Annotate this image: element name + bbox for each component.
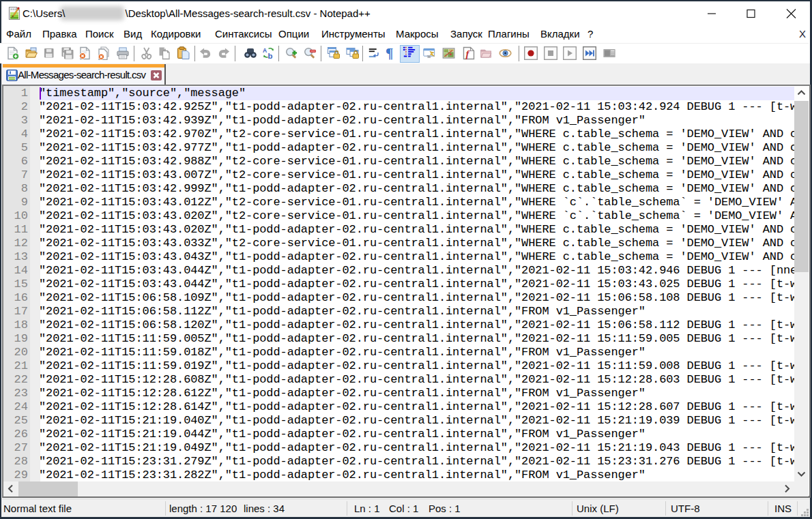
- svg-text:A: A: [263, 47, 267, 54]
- svg-text:b: b: [268, 52, 273, 60]
- svg-text:¶: ¶: [386, 46, 393, 60]
